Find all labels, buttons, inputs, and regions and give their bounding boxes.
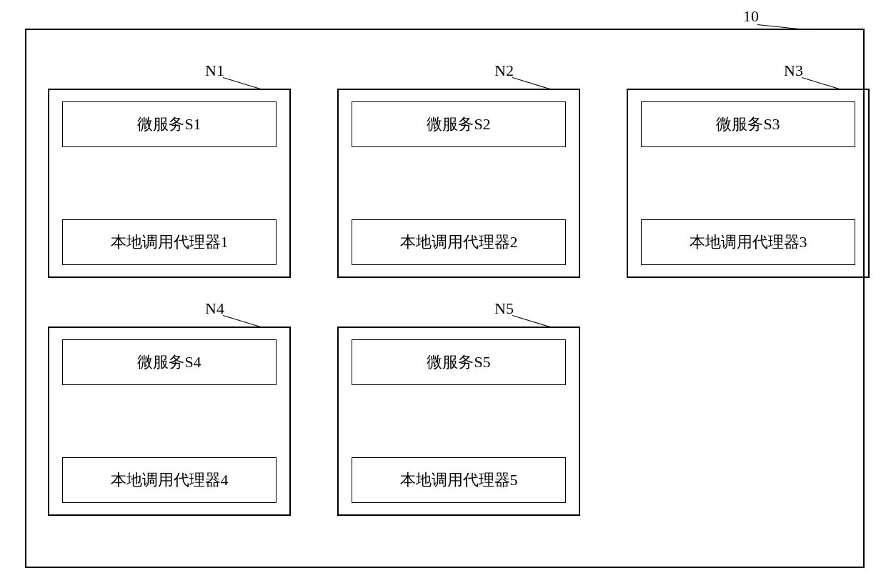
node-leader-line	[223, 315, 261, 327]
node-box: 微服务S5 本地调用代理器5	[337, 327, 580, 516]
local-agent-box: 本地调用代理器3	[641, 219, 855, 265]
node-n3: N3 微服务S3 本地调用代理器3	[627, 89, 870, 278]
node-n2: N2 微服务S2 本地调用代理器2	[337, 89, 580, 278]
node-box: 微服务S2 本地调用代理器2	[337, 89, 580, 278]
microservice-box: 微服务S5	[352, 339, 566, 385]
local-agent-box: 本地调用代理器4	[62, 457, 277, 503]
node-box: 微服务S4 本地调用代理器4	[48, 327, 291, 516]
node-leader-line	[512, 77, 550, 89]
node-label: N2	[494, 61, 514, 80]
node-leader-line	[802, 77, 840, 89]
node-label: N4	[205, 299, 224, 318]
node-n5: N5 微服务S5 本地调用代理器5	[337, 327, 580, 516]
microservice-box: 微服务S3	[641, 101, 855, 147]
container-label: 10	[743, 7, 759, 26]
local-agent-box: 本地调用代理器2	[352, 219, 566, 265]
node-leader-line	[223, 77, 261, 89]
node-box: 微服务S1 本地调用代理器1	[48, 89, 291, 278]
node-leader-line	[512, 315, 550, 327]
node-label: N1	[205, 61, 224, 80]
node-box: 微服务S3 本地调用代理器3	[627, 89, 870, 278]
node-n4: N4 微服务S4 本地调用代理器4	[48, 327, 291, 516]
node-label: N3	[784, 61, 803, 80]
container-box: N1 微服务S1 本地调用代理器1 N2 微服务S2 本地调用代理器2 N3 微…	[25, 29, 865, 568]
node-label: N5	[494, 299, 514, 318]
row-1: N1 微服务S1 本地调用代理器1 N2 微服务S2 本地调用代理器2 N3 微…	[48, 89, 870, 278]
local-agent-box: 本地调用代理器1	[62, 219, 277, 265]
node-n1: N1 微服务S1 本地调用代理器1	[48, 89, 291, 278]
microservice-box: 微服务S4	[62, 339, 277, 385]
row-2: N4 微服务S4 本地调用代理器4 N5 微服务S5 本地调用代理器5	[48, 327, 580, 516]
microservice-box: 微服务S1	[62, 101, 277, 147]
microservice-box: 微服务S2	[352, 101, 566, 147]
local-agent-box: 本地调用代理器5	[352, 457, 566, 503]
